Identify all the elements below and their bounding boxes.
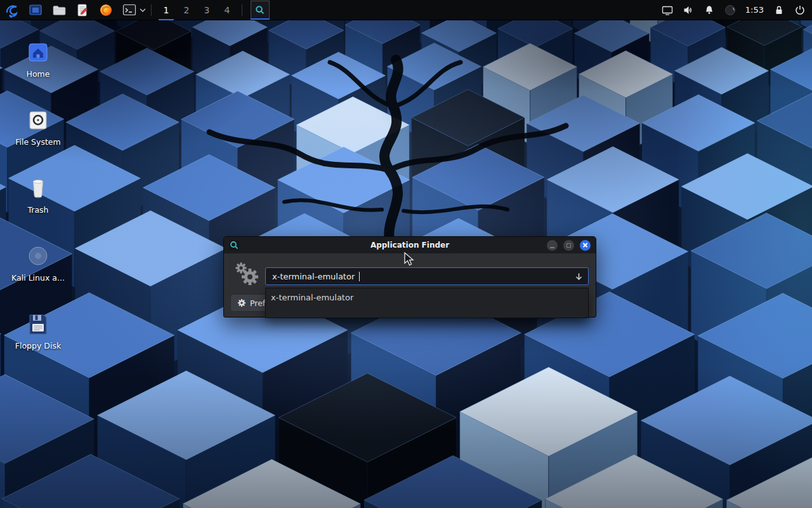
kali-logo-icon [4,3,20,18]
text-editor-launcher[interactable] [73,0,92,20]
power-button[interactable] [794,4,806,16]
application-finder-icon [229,240,240,251]
panel-clock[interactable]: 1:53 [745,5,764,15]
desktop-icon-file-system[interactable]: File System [8,104,69,147]
panel-separator [242,4,242,16]
titlebar[interactable]: Application Finder [224,237,596,253]
terminal-launcher-group [120,0,147,20]
desktop-icon-label: Home [8,69,69,79]
desktop-icon-label: Floppy Disk [8,341,69,351]
terminal-dropdown-button[interactable] [139,0,147,20]
trash-icon [25,177,51,201]
taskbar-application-finder[interactable] [251,1,270,20]
search-icon [255,5,265,15]
text-caret [359,272,360,281]
status-circle-tray-button[interactable] [724,4,736,16]
floppy-disk-icon [25,312,51,337]
application-finder-window: Application Finder [223,236,596,318]
desktop-icon-floppy-disk[interactable]: Floppy Disk [8,307,69,351]
workspace-button-4[interactable]: 4 [217,0,237,20]
home-icon [25,42,51,65]
close-button[interactable] [580,240,591,251]
workspace-button-1[interactable]: 1 [156,0,176,20]
lock-icon [773,4,785,15]
window-app-launcher[interactable] [26,0,45,20]
combo-dropdown-button[interactable] [575,272,583,281]
search-input-value: x-terminal-emulator [272,272,355,281]
workspace-button-3[interactable]: 3 [197,0,217,20]
completion-item[interactable]: x-terminal-emulator [266,288,588,307]
kali-menu-button[interactable] [3,0,22,20]
desktop-icon-trash[interactable]: Trash [8,171,69,215]
status-circle-icon [724,4,736,16]
terminal-icon [122,3,136,17]
completion-popup: x-terminal-emulator [265,288,589,318]
lock-screen-button[interactable] [773,4,785,15]
panel-left-cluster: 1 2 3 4 [0,0,270,20]
panel-separator [151,4,152,16]
gears-icon [232,258,262,291]
minimize-button[interactable] [547,240,558,251]
desktop-icon-kali-linux[interactable]: Kali Linux a... [8,239,69,283]
workspace-button-2[interactable]: 2 [176,0,197,20]
gear-icon [237,298,246,307]
panel-right-cluster: 1:53 [662,0,812,20]
volume-tray-button[interactable] [683,5,694,15]
desktop-icon-label: Kali Linux a... [8,273,69,283]
desktop-icon-label: Trash [8,205,69,215]
firefox-icon [99,3,113,17]
search-input[interactable]: x-terminal-emulator [265,267,589,285]
folder-icon [52,4,66,17]
display-icon [662,4,673,16]
window-title: Application Finder [224,241,596,250]
desktop-icon-label: File System [8,137,69,147]
speaker-icon [683,5,694,15]
text-editor-icon [75,3,89,17]
display-tray-button[interactable] [662,4,673,16]
desktop-icon-home[interactable]: Home [8,36,69,79]
maximize-button[interactable] [563,240,574,251]
terminal-launcher[interactable] [120,0,139,20]
top-panel: 1 2 3 4 [0,0,812,20]
bell-icon [704,5,715,15]
notifications-tray-button[interactable] [704,5,715,15]
window-controls [547,240,591,251]
chevron-down-icon [140,8,146,12]
power-icon [794,4,806,16]
kali-disc-icon [25,243,51,269]
blue-window-icon [29,3,43,17]
file-manager-launcher[interactable] [49,0,69,20]
firefox-launcher[interactable] [96,0,115,20]
file-system-icon [25,110,51,133]
arrow-down-icon [575,272,583,281]
